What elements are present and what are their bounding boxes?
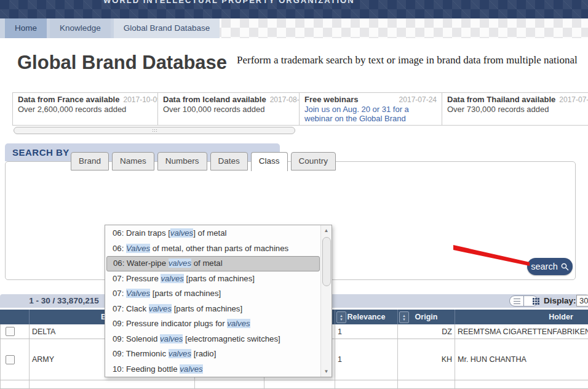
scrollbar-grip-icon[interactable] [152, 129, 157, 132]
search-tab-country[interactable]: Country [291, 152, 336, 170]
cell-value: DELTA [32, 327, 55, 336]
search-button[interactable]: search [527, 258, 573, 275]
main-nav: HomeKnowledgeGlobal Brand Database [0, 18, 588, 38]
news-body: Over 730,000 records added [447, 105, 584, 114]
cell-checkbox [0, 324, 30, 339]
scroll-up-icon[interactable]: ▲ [321, 226, 332, 235]
suggestion-item[interactable]: 06: Water-pipe valves of metal [106, 256, 320, 271]
news-card: Data from France available2017-10-09Over… [13, 93, 158, 125]
cell-origin [398, 380, 455, 389]
news-title-row: Data from France available2017-10-09 [18, 95, 153, 104]
suggestion-text: 10: Feeding bottle [113, 364, 180, 374]
cell-origin: KH [398, 339, 455, 380]
suggestion-text: [parts of machines] [172, 304, 242, 313]
scrollbar-thumb[interactable] [322, 237, 331, 286]
suggestion-item[interactable]: 09: Solenoid valves [electromagnetic swi… [105, 332, 321, 347]
cell-relevance: 1 [335, 339, 398, 380]
column-header-holder[interactable]: Holder [455, 310, 588, 324]
cell-checkbox [0, 380, 30, 389]
suggestions-list: 06: Drain traps [valves] of metal06: Val… [105, 226, 321, 377]
match-highlight: valves [227, 319, 250, 328]
match-highlight: valves [169, 349, 191, 358]
list-view-icon [514, 299, 520, 304]
news-title: Data from France available [18, 95, 119, 104]
scroll-down-icon[interactable]: ▼ [321, 367, 332, 376]
match-highlight: valves [180, 364, 202, 374]
suggestion-item[interactable]: 07: Clack valves [parts of machines] [105, 302, 321, 317]
suggestion-text: 09: Solenoid [113, 334, 160, 343]
news-title: Data from Iceland available [163, 95, 266, 104]
news-date: 2017-08-25 [270, 95, 300, 104]
cell-relevance: 1 [335, 324, 398, 339]
column-header-relevance[interactable]: ▲▼Relevance [335, 310, 398, 324]
match-highlight: Valves [126, 289, 150, 298]
cell-value: DZ [442, 327, 452, 336]
cell-holder [455, 380, 588, 389]
search-tab-class[interactable]: Class [251, 152, 288, 171]
suggestion-item[interactable]: 07: Valves [parts of machines] [105, 286, 321, 302]
column-header-origin[interactable]: ▲▼Origin [398, 310, 455, 324]
search-tab-dates[interactable]: Dates [210, 152, 248, 170]
nav-tabs: HomeKnowledgeGlobal Brand Database [5, 18, 220, 38]
suggestion-text: 06: [113, 244, 126, 253]
match-highlight: valves [160, 334, 183, 343]
suggestion-text: of metal, other than parts of machines [150, 244, 288, 253]
display-count-select[interactable]: 30 [576, 295, 588, 307]
news-card: Data from Iceland available2017-08-25Ove… [158, 93, 300, 125]
news-body: Over 2,600,000 records added [18, 105, 153, 114]
suggestion-text: [radio] [191, 349, 216, 358]
nav-tab-home[interactable]: Home [5, 18, 47, 38]
suggestion-text: [parts of machines] [150, 289, 221, 298]
news-link[interactable]: Join us on Aug. 20 or 31 for a webinar o… [304, 105, 437, 125]
match-highlight: Valves [126, 244, 150, 253]
row-checkbox[interactable] [6, 327, 15, 336]
search-tab-numbers[interactable]: Numbers [157, 152, 207, 170]
nav-tab-global-brand-database[interactable]: Global Brand Database [114, 18, 220, 38]
news-scrollbar[interactable] [14, 127, 295, 134]
search-tab-brand[interactable]: Brand [71, 152, 109, 170]
list-view-button[interactable] [510, 296, 524, 306]
class-suggestions-dropdown: 06: Drain traps [valves] of metal06: Val… [105, 225, 332, 377]
sort-icon[interactable]: ▲▼ [336, 311, 346, 323]
cell-c4 [264, 380, 335, 389]
suggestion-text: 06: Drain traps [ [113, 228, 170, 238]
dropdown-scrollbar[interactable]: ▲ ▼ [320, 225, 332, 377]
cell-relevance [335, 380, 398, 389]
org-name: WORLD INTELLECTUAL PROPERTY ORGANIZATION [103, 0, 355, 5]
cell-holder: Mr. HUN CHANTHA [455, 339, 588, 380]
news-title: Free webinars [304, 95, 358, 104]
cell-brand [30, 380, 195, 389]
table-row [0, 380, 588, 389]
grid-view-icon [533, 298, 534, 300]
suggestion-item[interactable]: 09: Pressure indicator plugs for valves [105, 316, 321, 332]
page-subtitle: Perform a trademark search by text or im… [237, 54, 578, 66]
cell-holder: REEMTSMA CIGARETTENFABRIKEN GMBH [455, 324, 588, 339]
suggestion-item[interactable]: 06: Valves of metal, other than parts of… [105, 241, 321, 257]
news-card: Data from Thailand available2017-07-06Ov… [442, 93, 588, 125]
nav-pattern [194, 18, 588, 38]
news-title-row: Data from Thailand available2017-07-06 [447, 95, 584, 104]
suggestion-item[interactable]: 07: Pressure valves [parts of machines] [105, 271, 321, 287]
suggestion-item[interactable]: 06: Drain traps [valves] of metal [105, 226, 321, 241]
nav-tab-knowledge[interactable]: Knowledge [50, 18, 111, 38]
display-label: Display: [544, 296, 576, 305]
suggestion-text: 07: [113, 289, 126, 298]
suggestion-text: 07: Pressure [113, 274, 161, 283]
suggestion-item[interactable]: 10: Feeding bottle valves [105, 362, 321, 377]
news-card: Free webinars2017-07-24Join us on Aug. 2… [300, 93, 442, 125]
suggestion-item[interactable]: 09: Thermionic valves [radio] [105, 347, 321, 362]
suggestion-text: ] of metal [193, 228, 226, 238]
grid-view-button[interactable] [524, 296, 538, 306]
cell-value: REEMTSMA CIGARETTENFABRIKEN GMBH [458, 327, 588, 336]
row-checkbox[interactable] [6, 355, 15, 364]
column-header-checkbox[interactable] [0, 310, 30, 324]
news-ticker: Data from France available2017-10-09Over… [12, 92, 588, 126]
cell-origin: DZ [398, 324, 455, 339]
suggestion-text: [electromagnetic switches] [183, 334, 280, 343]
news-title-row: Data from Iceland available2017-08-25 [163, 95, 294, 104]
sort-down-icon: ▼ [340, 318, 343, 321]
sort-icon[interactable]: ▲▼ [399, 311, 409, 323]
search-tab-names[interactable]: Names [112, 152, 154, 170]
magnifier-icon [561, 263, 569, 271]
match-highlight: valves [170, 228, 193, 238]
